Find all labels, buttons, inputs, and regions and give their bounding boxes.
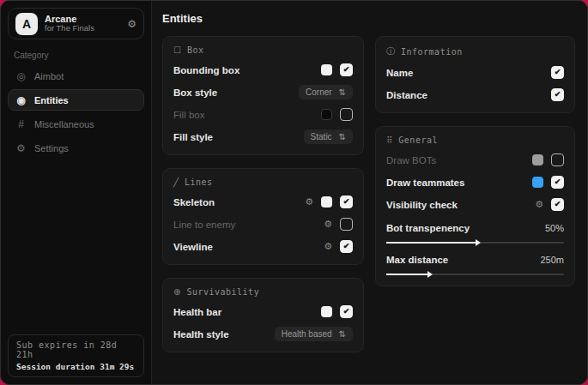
survivability-card: ⊕ Survivability Health bar ✔ Health styl… bbox=[162, 278, 364, 352]
setting-label: Visibility check bbox=[386, 200, 458, 210]
setting-row: Line to enemy ⚙ ✔ bbox=[173, 217, 353, 232]
name-checkbox[interactable]: ✔ bbox=[551, 66, 564, 79]
setting-label: Box style bbox=[173, 87, 217, 98]
card-header: ╱ Lines bbox=[173, 177, 353, 187]
setting-label: Draw teammates bbox=[386, 177, 464, 188]
line-to-enemy-checkbox[interactable]: ✔ bbox=[340, 218, 353, 231]
setting-label: Bounding box bbox=[173, 65, 239, 75]
updown-arrows-icon: ⇅ bbox=[339, 87, 346, 97]
setting-row: Visibility check ⚙ ✔ bbox=[386, 197, 564, 212]
setting-label: Distance bbox=[386, 90, 427, 100]
grid-icon: # bbox=[15, 118, 27, 130]
color-swatch[interactable] bbox=[321, 109, 332, 120]
check-icon: ✔ bbox=[343, 198, 350, 206]
draw-bots-checkbox[interactable]: ✔ bbox=[551, 153, 564, 166]
check-icon: ✔ bbox=[555, 69, 561, 76]
sidebar-item-miscellaneous[interactable]: # Miscellaneous bbox=[8, 113, 144, 135]
grid-dots-icon: ⠿ bbox=[386, 135, 392, 145]
box-style-select[interactable]: Corner ⇅ bbox=[299, 85, 353, 99]
fill-box-checkbox[interactable]: ✔ bbox=[340, 108, 353, 121]
card-title: Survivability bbox=[186, 287, 259, 297]
slider-label: Max distance bbox=[386, 255, 448, 265]
visibility-check-checkbox[interactable]: ✔ bbox=[551, 198, 564, 211]
distance-checkbox[interactable]: ✔ bbox=[551, 88, 564, 101]
gear-icon[interactable]: ⚙ bbox=[305, 196, 313, 208]
setting-label: Fill box bbox=[173, 110, 204, 120]
setting-row: Draw BOTs ✔ bbox=[386, 153, 564, 167]
setting-row: Name ✔ bbox=[386, 65, 564, 80]
check-icon: ✔ bbox=[343, 243, 350, 250]
bot-transparency-slider-group: Bot transpenency 50% bbox=[386, 220, 564, 244]
sidebar-item-entities[interactable]: ◉ Entities bbox=[8, 89, 144, 111]
card-header: ☐ Box bbox=[173, 45, 353, 55]
max-distance-slider-group: Max distance 250m bbox=[386, 252, 564, 275]
slider-value: 50% bbox=[545, 223, 564, 233]
subscription-info-box: Sub expires in 28d 21h Session duration … bbox=[8, 334, 144, 377]
color-swatch[interactable] bbox=[321, 306, 332, 317]
bounding-box-checkbox[interactable]: ✔ bbox=[340, 63, 353, 76]
info-icon: ⓘ bbox=[386, 45, 395, 57]
setting-row: Distance ✔ bbox=[386, 87, 564, 102]
slider-fill bbox=[386, 274, 427, 275]
card-header: ⊕ Survivability bbox=[173, 287, 353, 297]
sidebar-item-aimbot[interactable]: ◎ Aimbot bbox=[8, 65, 144, 87]
bot-transparency-slider[interactable] bbox=[386, 242, 564, 244]
fill-style-select[interactable]: Static ⇅ bbox=[304, 129, 353, 144]
viewline-checkbox[interactable]: ✔ bbox=[340, 240, 353, 253]
color-swatch[interactable] bbox=[532, 154, 543, 165]
card-header: ⓘ Information bbox=[386, 45, 564, 57]
setting-label: Health bar bbox=[173, 307, 221, 317]
crosshair-icon: ◎ bbox=[15, 70, 27, 82]
select-value: Health based bbox=[282, 329, 332, 339]
setting-row: Bounding box ✔ bbox=[173, 63, 353, 77]
box-icon: ☐ bbox=[173, 45, 181, 55]
gear-icon[interactable]: ⚙ bbox=[324, 219, 332, 230]
slider-label-row: Bot transpenency 50% bbox=[386, 220, 564, 235]
color-swatch[interactable] bbox=[321, 196, 332, 208]
setting-label: Health style bbox=[173, 329, 229, 340]
updown-arrows-icon: ⇅ bbox=[339, 132, 346, 141]
setting-row: Draw teammates ✔ bbox=[386, 175, 564, 189]
check-icon: ✔ bbox=[555, 91, 561, 99]
brand-card: A Arcane for The Finals ⚙ bbox=[8, 8, 144, 39]
setting-label: Fill style bbox=[173, 132, 213, 142]
select-value: Static bbox=[311, 132, 332, 141]
gear-icon[interactable]: ⚙ bbox=[535, 199, 543, 210]
updown-arrows-icon: ⇅ bbox=[339, 329, 346, 339]
setting-row: Fill style Static ⇅ bbox=[173, 129, 353, 144]
health-style-select[interactable]: Health based ⇅ bbox=[275, 327, 353, 341]
setting-row: Box style Corner ⇅ bbox=[173, 85, 353, 99]
setting-row: Health style Health based ⇅ bbox=[173, 327, 353, 341]
information-card: ⓘ Information Name ✔ Distance ✔ bbox=[375, 36, 575, 113]
check-icon: ✔ bbox=[343, 308, 350, 316]
setting-label: Skeleton bbox=[173, 197, 215, 208]
gear-icon[interactable]: ⚙ bbox=[324, 241, 332, 252]
max-distance-slider[interactable] bbox=[386, 274, 564, 275]
setting-row: Fill box ✔ bbox=[173, 107, 353, 122]
draw-teammates-checkbox[interactable]: ✔ bbox=[551, 176, 564, 189]
brand-subtitle: for The Finals bbox=[45, 24, 94, 33]
brand-gear-icon[interactable]: ⚙ bbox=[127, 18, 136, 30]
lines-card: ╱ Lines Skeleton ⚙ ✔ Line to enemy bbox=[162, 168, 364, 265]
health-bar-checkbox[interactable]: ✔ bbox=[340, 305, 353, 318]
entities-icon: ◉ bbox=[15, 94, 27, 106]
setting-label: Viewline bbox=[173, 242, 213, 252]
select-value: Corner bbox=[306, 87, 332, 97]
sidebar-item-label: Miscellaneous bbox=[34, 119, 94, 129]
line-icon: ╱ bbox=[173, 177, 179, 187]
check-icon: ✔ bbox=[555, 201, 561, 208]
session-duration-text: Session duration 31m 29s bbox=[16, 362, 136, 371]
app-window: A Arcane for The Finals ⚙ Category ◎ Aim… bbox=[0, 0, 588, 385]
color-swatch[interactable] bbox=[532, 177, 543, 188]
sidebar-item-label: Settings bbox=[34, 143, 69, 153]
skeleton-checkbox[interactable]: ✔ bbox=[340, 196, 353, 208]
color-swatch[interactable] bbox=[321, 64, 332, 75]
box-card: ☐ Box Bounding box ✔ Box style bbox=[162, 36, 364, 155]
setting-label: Line to enemy bbox=[173, 220, 235, 230]
sidebar-item-settings[interactable]: ⚙ Settings bbox=[8, 137, 144, 159]
general-card: ⠿ General Draw BOTs ✔ Draw teammates bbox=[375, 126, 575, 286]
page-title: Entities bbox=[162, 12, 575, 25]
sidebar: A Arcane for The Finals ⚙ Category ◎ Aim… bbox=[1, 1, 152, 384]
setting-label: Name bbox=[386, 68, 413, 78]
check-icon: ✔ bbox=[555, 178, 561, 186]
